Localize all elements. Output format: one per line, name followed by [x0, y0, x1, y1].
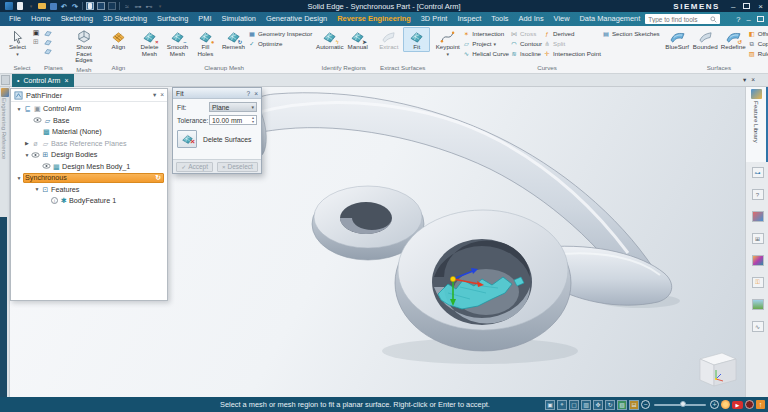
- tab-view[interactable]: View: [549, 12, 575, 26]
- tab-inspect[interactable]: Inspect: [452, 12, 486, 26]
- tab-strip-icon[interactable]: [1, 75, 10, 85]
- zoom-slider-thumb[interactable]: [680, 401, 686, 407]
- tab-add-ins[interactable]: Add Ins: [514, 12, 549, 26]
- tab-pmi[interactable]: PMI: [193, 12, 216, 26]
- tree-item-base[interactable]: ▱ Base: [11, 115, 167, 127]
- show-facet-edges-button[interactable]: Show Facet Edges: [67, 27, 101, 65]
- new-document-icon[interactable]: [16, 2, 24, 10]
- view-styles-icon[interactable]: ▧: [617, 400, 627, 410]
- offset-button[interactable]: ◧ Offset: [748, 29, 768, 38]
- deselect-button[interactable]: × Deselect: [217, 162, 258, 172]
- ruled-button[interactable]: ▨ Ruled: [748, 49, 768, 58]
- help-button[interactable]: ?: [736, 15, 740, 24]
- tab-3d-print[interactable]: 3D Print: [416, 12, 453, 26]
- tab-simulation[interactable]: Simulation: [216, 12, 261, 26]
- intersection-button[interactable]: ✶ Intersection: [462, 29, 509, 38]
- view-style-icon[interactable]: [97, 2, 105, 10]
- remesh-button[interactable]: ↻ Remesh: [220, 27, 247, 52]
- engineering-reference-tab[interactable]: Engineering Reference: [1, 98, 7, 213]
- style-icon[interactable]: [86, 2, 94, 10]
- synchronous-selected-row[interactable]: Synchronous ↻: [23, 173, 164, 184]
- select-options-icon[interactable]: ▣: [32, 29, 40, 37]
- doc-restore-button[interactable]: [757, 16, 764, 22]
- optimize-button[interactable]: ✓ Optimize: [248, 39, 312, 48]
- undo-icon[interactable]: ↶: [60, 2, 68, 10]
- normal-plane-icon[interactable]: [44, 38, 52, 46]
- status-alert-icon[interactable]: [721, 400, 730, 409]
- intersection-point-button[interactable]: ✛ Intersection Point: [543, 49, 601, 58]
- tree-item-bodyfeature[interactable]: i ✱ BodyFeature 1: [11, 195, 167, 207]
- zoom-in-icon[interactable]: +: [710, 400, 719, 409]
- keyboard-shortcuts-icon[interactable]: ⚿: [752, 277, 764, 288]
- split-button[interactable]: ⋔ Split: [543, 39, 601, 48]
- fit-dialog-titlebar[interactable]: Fit ? ×: [173, 88, 261, 99]
- tab-surfacing[interactable]: Surfacing: [152, 12, 193, 26]
- automatic-button[interactable]: ϟ Automatic: [316, 27, 343, 52]
- extract-button[interactable]: Extract: [375, 27, 402, 52]
- expand-icon[interactable]: ▶: [23, 140, 31, 146]
- tree-item-material[interactable]: ▩ Material (None): [11, 126, 167, 138]
- tree-item-control-arm[interactable]: ▼ ⊑ ▣ Control Arm: [11, 103, 167, 115]
- hyperlinks-icon[interactable]: ⊶: [752, 167, 764, 178]
- tolerance-spinner[interactable]: ▴▾: [252, 116, 254, 123]
- status-stop-icon[interactable]: [745, 400, 754, 409]
- zoom-tool-icon[interactable]: ⌖: [557, 400, 567, 410]
- doc-tab-close-icon[interactable]: ×: [64, 77, 68, 84]
- fill-holes-button[interactable]: ● Fill Holes: [192, 27, 219, 58]
- engineering-reference-icon[interactable]: [1, 88, 9, 97]
- zoom-out-icon[interactable]: −: [641, 400, 650, 409]
- tab-generative-design[interactable]: Generative Design: [261, 12, 332, 26]
- inter-part-icon[interactable]: ⊶: [134, 2, 142, 10]
- fit-type-dropdown-icon[interactable]: ▾: [251, 104, 254, 110]
- feature-library-tab[interactable]: Feature Library: [746, 87, 768, 162]
- window-close-button[interactable]: ×: [758, 2, 763, 11]
- expand-icon[interactable]: ▼: [23, 152, 31, 158]
- doc-minimize-button[interactable]: –: [746, 15, 750, 24]
- pathfinder-options-icon[interactable]: ▾: [153, 91, 156, 99]
- tree-item-features[interactable]: ▼ ⊡ Features: [11, 184, 167, 196]
- pathfinder-close-icon[interactable]: ×: [160, 91, 164, 99]
- expand-icon[interactable]: ▼: [15, 175, 23, 181]
- fit-button[interactable]: Fit: [403, 27, 430, 52]
- color-manager-icon[interactable]: [752, 255, 764, 266]
- qat-customize-icon[interactable]: ▾: [156, 2, 164, 10]
- fit-dialog-help-icon[interactable]: ?: [247, 90, 251, 97]
- select-clear-icon[interactable]: ⊞: [32, 38, 40, 46]
- delete-mesh-button[interactable]: × Delete Mesh: [136, 27, 163, 58]
- new-dropdown-icon[interactable]: ▾: [27, 2, 35, 10]
- sensors-icon[interactable]: ∿: [752, 321, 764, 332]
- upload-status-icon[interactable]: ↑: [756, 400, 765, 409]
- copy-surface-button[interactable]: ⧉ Copy: [748, 39, 768, 48]
- open-icon[interactable]: [38, 2, 46, 10]
- bluesurf-button[interactable]: BlueSurf: [664, 27, 691, 52]
- tree-item-design-mesh-body[interactable]: ▦ Design Mesh Body_1: [11, 161, 167, 173]
- bounded-button[interactable]: Bounded: [692, 27, 719, 52]
- record-icon[interactable]: ▶: [732, 401, 743, 409]
- cross-button[interactable]: ⋈ Cross: [510, 29, 542, 38]
- eye-icon[interactable]: [31, 151, 40, 159]
- keypoint-button[interactable]: Keypoint ▾: [434, 27, 461, 58]
- broken-link-icon[interactable]: ⊷: [145, 2, 153, 10]
- tab-strip-close-icon[interactable]: ×: [751, 76, 755, 84]
- save-icon[interactable]: [49, 2, 57, 10]
- manual-button[interactable]: ➤ Manual: [344, 27, 371, 52]
- link-icon[interactable]: [108, 2, 116, 10]
- project-dropdown-icon[interactable]: ▾: [494, 41, 497, 47]
- command-search[interactable]: [645, 14, 720, 24]
- view-window-icon[interactable]: ▣: [545, 400, 555, 410]
- zoom-slider[interactable]: [654, 404, 706, 406]
- tab-data-management[interactable]: Data Management: [574, 12, 645, 26]
- eye-off-icon[interactable]: ø: [31, 139, 40, 147]
- tree-item-synchronous[interactable]: ▼ Synchronous ↻: [11, 172, 167, 184]
- tolerance-input[interactable]: 10.00 mm ▴▾: [209, 115, 257, 125]
- help-panel-icon[interactable]: ?: [752, 189, 764, 200]
- control-arm-model[interactable]: [233, 93, 680, 364]
- tab-home[interactable]: Home: [26, 12, 56, 26]
- layers-icon[interactable]: ⊞: [752, 233, 764, 244]
- align-button[interactable]: Align: [105, 27, 132, 52]
- tab-reverse-engineering[interactable]: Reverse Engineering: [332, 12, 416, 26]
- pan-icon[interactable]: ✥: [593, 400, 603, 410]
- helical-curve-button[interactable]: ∿ Helical Curve: [462, 49, 509, 58]
- eye-icon[interactable]: [33, 116, 42, 124]
- tab-sketching[interactable]: Sketching: [56, 12, 98, 26]
